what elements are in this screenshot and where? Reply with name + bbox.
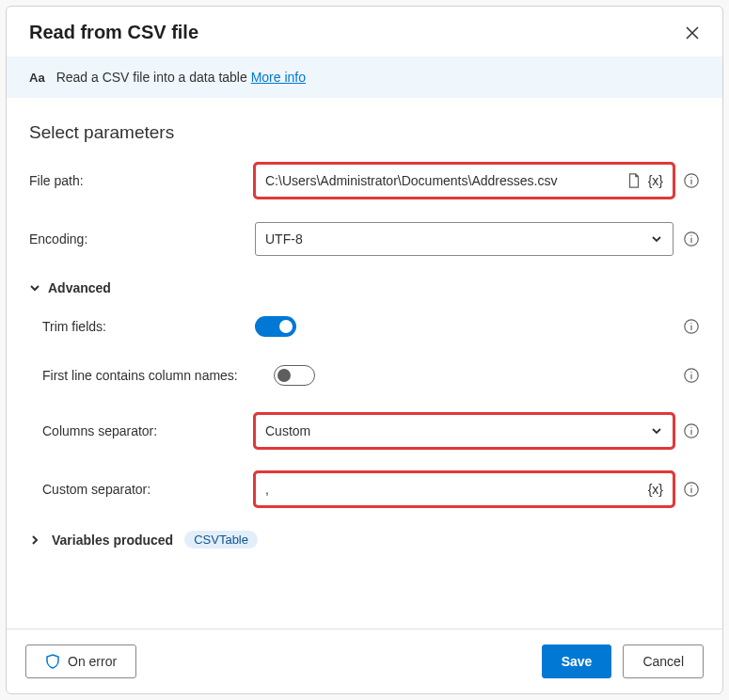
info-icon[interactable] (683, 422, 700, 439)
text-style-icon: Aa (29, 71, 45, 85)
variable-token-icon[interactable]: {x} (648, 173, 663, 188)
chevron-right-icon (29, 534, 40, 546)
save-button[interactable]: Save (542, 644, 612, 678)
variable-pill[interactable]: CSVTable (184, 531, 258, 549)
columns-sep-value: Custom (265, 423, 644, 438)
columns-sep-label: Columns separator: (29, 423, 255, 438)
custom-sep-value: , (265, 482, 642, 497)
info-icon[interactable] (683, 231, 700, 247)
cancel-label: Cancel (642, 654, 684, 669)
row-encoding: Encoding: UTF-8 (29, 222, 700, 256)
advanced-label: Advanced (48, 280, 111, 295)
encoding-dropdown[interactable]: UTF-8 (255, 222, 674, 256)
info-icon[interactable] (683, 481, 700, 498)
custom-sep-input[interactable]: , {x} (255, 472, 674, 506)
dialog-header: Read from CSV file (7, 7, 722, 56)
banner-description: Read a CSV file into a data table (56, 70, 247, 85)
encoding-value: UTF-8 (265, 231, 644, 247)
chevron-down-icon (650, 232, 663, 246)
row-custom-separator: Custom separator: , {x} (29, 472, 700, 506)
banner-text: Read a CSV file into a data table More i… (56, 70, 306, 85)
info-icon[interactable] (683, 172, 700, 189)
shield-icon (45, 654, 60, 669)
advanced-toggle[interactable]: Advanced (29, 280, 700, 295)
row-file-path: File path: C:\Users\Administrator\Docume… (29, 164, 700, 198)
variables-produced-label: Variables produced (52, 533, 173, 548)
dialog-read-csv: Read from CSV file Aa Read a CSV file in… (6, 6, 723, 694)
row-first-line: First line contains column names: (29, 365, 700, 386)
chevron-down-icon (650, 424, 663, 438)
dialog-title: Read from CSV file (29, 22, 198, 43)
file-path-label: File path: (29, 173, 255, 188)
variable-token-icon[interactable]: {x} (648, 482, 663, 497)
info-icon[interactable] (683, 318, 700, 335)
file-path-value: C:\Users\Administrator\Documents\Address… (265, 173, 620, 188)
close-icon[interactable] (685, 25, 700, 40)
dialog-footer: On error Save Cancel (7, 628, 722, 693)
cancel-button[interactable]: Cancel (623, 644, 704, 678)
first-line-toggle[interactable] (274, 365, 315, 386)
file-path-input[interactable]: C:\Users\Administrator\Documents\Address… (255, 164, 674, 198)
variables-produced-row[interactable]: Variables produced CSVTable (29, 531, 700, 549)
file-picker-icon[interactable] (626, 172, 642, 189)
on-error-label: On error (68, 654, 117, 669)
more-info-link[interactable]: More info (251, 70, 306, 85)
parameters-section: Select parameters File path: C:\Users\Ad… (7, 98, 722, 628)
info-banner: Aa Read a CSV file into a data table Mor… (7, 56, 722, 98)
row-trim-fields: Trim fields: (29, 316, 700, 337)
columns-sep-dropdown[interactable]: Custom (255, 414, 674, 448)
chevron-down-icon (29, 282, 40, 294)
encoding-label: Encoding: (29, 231, 255, 247)
trim-fields-toggle[interactable] (255, 316, 296, 337)
on-error-button[interactable]: On error (25, 644, 136, 678)
row-columns-separator: Columns separator: Custom (29, 414, 700, 448)
info-icon[interactable] (683, 367, 700, 384)
section-heading: Select parameters (29, 122, 700, 143)
trim-fields-label: Trim fields: (29, 319, 255, 334)
first-line-label: First line contains column names: (29, 368, 274, 383)
custom-sep-label: Custom separator: (29, 482, 255, 497)
save-label: Save (562, 654, 593, 669)
